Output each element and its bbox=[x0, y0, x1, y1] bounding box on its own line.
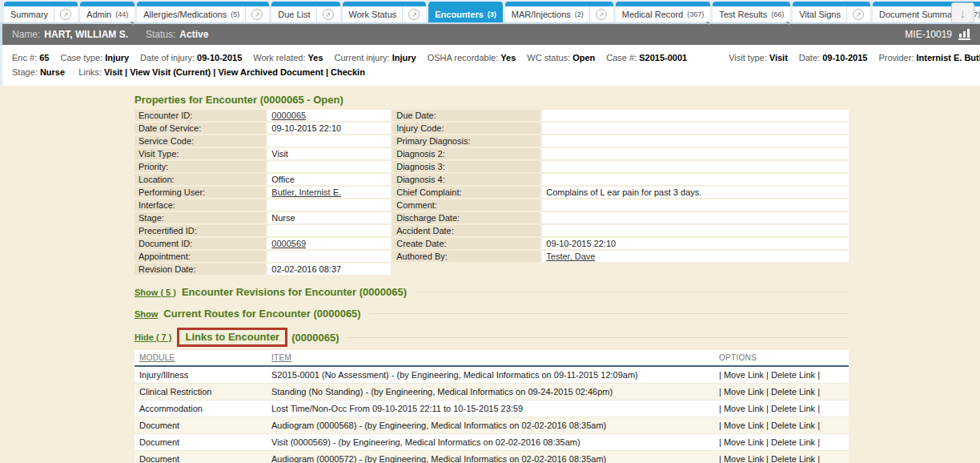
properties-row: Document ID:0000569Create Date:09-10-201… bbox=[135, 238, 849, 249]
delete-link-button[interactable]: Delete Link bbox=[771, 437, 815, 447]
tab-allergies-medications[interactable]: Allergies/Medications(5)↗ bbox=[137, 2, 269, 22]
property-value bbox=[267, 251, 391, 262]
routes-section-header: Show Current Routes for Encounter (00000… bbox=[135, 308, 849, 320]
property-value-link[interactable]: Butler, Internist E. bbox=[271, 187, 341, 197]
case-field-value: Injury bbox=[392, 53, 416, 62]
tab-admin[interactable]: Admin(44) bbox=[80, 2, 135, 22]
tab-popout-button[interactable]: ↗ bbox=[316, 6, 334, 22]
divider-line bbox=[369, 313, 849, 314]
properties-row: Location:OfficeDiagnosis 4: bbox=[135, 174, 849, 185]
property-value: Complains of L ear pain for past 3 days. bbox=[542, 187, 849, 198]
patient-status: Active bbox=[179, 29, 208, 40]
tab-label: Test Results bbox=[719, 10, 767, 19]
property-value bbox=[542, 135, 849, 147]
property-label: Comment: bbox=[392, 199, 540, 211]
column-header-module[interactable]: MODULE bbox=[139, 353, 175, 362]
links-table-header-row: MODULE ITEM OPTIONS bbox=[135, 350, 849, 366]
tab-label: Due List bbox=[278, 10, 310, 19]
property-value-link[interactable]: 0000065 bbox=[271, 111, 306, 120]
property-label: Authored By: bbox=[392, 251, 540, 262]
routes-show-toggle[interactable]: Show bbox=[135, 309, 158, 319]
delete-link-button[interactable]: Delete Link bbox=[771, 421, 815, 430]
delete-link-button[interactable]: Delete Link bbox=[771, 370, 815, 380]
property-value-link[interactable]: 0000569 bbox=[271, 239, 306, 248]
tab-encounters[interactable]: Encounters(3) bbox=[428, 2, 503, 22]
property-value: 02-02-2016 08:37 bbox=[267, 264, 391, 275]
delete-link-button[interactable]: Delete Link bbox=[771, 404, 815, 413]
case-link-view-visit-current-[interactable]: View Visit (Current) bbox=[130, 67, 211, 77]
property-value bbox=[542, 225, 849, 236]
move-link-button[interactable]: Move Link bbox=[724, 370, 764, 380]
property-value: 0000569 bbox=[267, 238, 391, 249]
move-link-button[interactable]: Move Link bbox=[724, 421, 764, 430]
link-row: AccommodationLost Time/Non-Occ From 09-1… bbox=[135, 401, 849, 417]
properties-row: Precertified ID:Accident Date: bbox=[135, 225, 849, 236]
link-item-cell: Lost Time/Non-Occ From 09-10-2015 22:11 … bbox=[267, 401, 714, 417]
case-field-value: Open bbox=[572, 53, 595, 62]
tab-popout-button[interactable]: ↗ bbox=[846, 6, 864, 22]
property-label: Document ID: bbox=[135, 238, 266, 249]
tab-label: Encounters bbox=[435, 10, 484, 19]
links-hide-toggle[interactable]: Hide ( 7 ) bbox=[135, 332, 171, 342]
tab-mar-injections[interactable]: MAR/Injections(2)↗ bbox=[505, 2, 613, 22]
case-link-checkin[interactable]: Checkin bbox=[331, 67, 365, 77]
tab-due-list[interactable]: Due List↗ bbox=[271, 2, 339, 22]
property-label: Create Date: bbox=[392, 238, 540, 249]
property-value-link[interactable]: Tester, Dave bbox=[546, 252, 595, 261]
case-link-visit[interactable]: Visit bbox=[104, 67, 122, 77]
case-info-row-2: Stage: Nurse Links: Visit | View Visit (… bbox=[12, 66, 970, 79]
patient-name-label: Name: bbox=[12, 29, 40, 40]
patient-name: HART, WILLIAM S. bbox=[44, 29, 128, 40]
link-module-cell: Document bbox=[135, 451, 267, 463]
divider-line bbox=[415, 292, 849, 292]
move-link-button[interactable]: Move Link bbox=[724, 437, 764, 447]
case-field-label: Case type: bbox=[61, 53, 106, 62]
property-label: Encounter ID: bbox=[135, 110, 266, 121]
routes-heading: Current Routes for Encounter (0000065) bbox=[163, 308, 360, 320]
move-link-button[interactable]: Move Link bbox=[724, 454, 764, 463]
tab-count: (3) bbox=[488, 10, 496, 18]
tab-vital-signs[interactable]: Vital Signs↗ bbox=[793, 2, 870, 22]
properties-row: Service Code:Primary Diagnosis: bbox=[135, 135, 849, 147]
tab-count: (2) bbox=[575, 10, 584, 18]
tab-test-results[interactable]: Test Results(66) bbox=[713, 2, 790, 22]
property-value: 09-10-2015 22:10 bbox=[267, 123, 391, 134]
case-field-label: OSHA recordable: bbox=[428, 53, 501, 62]
property-value: Butler, Internist E. bbox=[267, 187, 391, 198]
property-label: Priority: bbox=[135, 161, 266, 172]
link-module-cell: Document bbox=[135, 417, 267, 434]
popout-arrow-icon: ↗ bbox=[408, 9, 420, 20]
column-header-item[interactable]: ITEM bbox=[271, 353, 291, 362]
revisions-show-toggle[interactable]: Show ( 5 ) bbox=[135, 288, 176, 297]
tab-popout-button[interactable]: ↗ bbox=[245, 6, 263, 22]
case-field-value: Yes bbox=[308, 53, 323, 62]
case-link-view-archived-document[interactable]: View Archived Document bbox=[218, 67, 323, 77]
tab-summary[interactable]: Summary↗ bbox=[4, 2, 78, 22]
links-heading-highlighted: Links to Encounter bbox=[177, 328, 287, 347]
link-options-cell: | Move Link | Delete Link | bbox=[714, 401, 849, 417]
tab-popout-button[interactable]: ↗ bbox=[54, 6, 71, 22]
tab-medical-record[interactable]: Medical Record(367) bbox=[616, 2, 710, 22]
property-label: Interface: bbox=[135, 199, 266, 211]
visit-field-value: 09-10-2015 bbox=[822, 53, 867, 62]
case-field-label: Work related: bbox=[253, 53, 307, 62]
tab-popout-button[interactable]: ↗ bbox=[402, 6, 420, 22]
link-row: DocumentAudiogram (0000568) - (by Engine… bbox=[135, 417, 849, 434]
delete-link-button[interactable]: Delete Link bbox=[771, 454, 815, 463]
tab-work-status[interactable]: Work Status↗ bbox=[343, 2, 427, 22]
delete-link-button[interactable]: Delete Link bbox=[771, 387, 815, 397]
link-module-cell: Clinical Restriction bbox=[135, 384, 267, 401]
property-value bbox=[542, 199, 849, 211]
link-options-cell: | Move Link | Delete Link | bbox=[714, 384, 849, 401]
patient-header-bar: Name: HART, WILLIAM S. Status: Active MI… bbox=[0, 24, 980, 45]
property-value bbox=[267, 199, 391, 211]
move-link-button[interactable]: Move Link bbox=[724, 404, 764, 413]
revisions-heading: Encounter Revisions for Encounter (00000… bbox=[182, 286, 407, 298]
bar-chart-icon[interactable] bbox=[958, 29, 970, 40]
move-link-button[interactable]: Move Link bbox=[724, 387, 764, 397]
property-label: Appointment: bbox=[135, 251, 266, 262]
tab-popout-button[interactable]: ↗ bbox=[589, 6, 607, 22]
scroll-down-button[interactable]: ↓ bbox=[951, 2, 974, 23]
link-module-cell: Accommodation bbox=[135, 401, 267, 417]
property-value: Visit bbox=[267, 148, 391, 159]
